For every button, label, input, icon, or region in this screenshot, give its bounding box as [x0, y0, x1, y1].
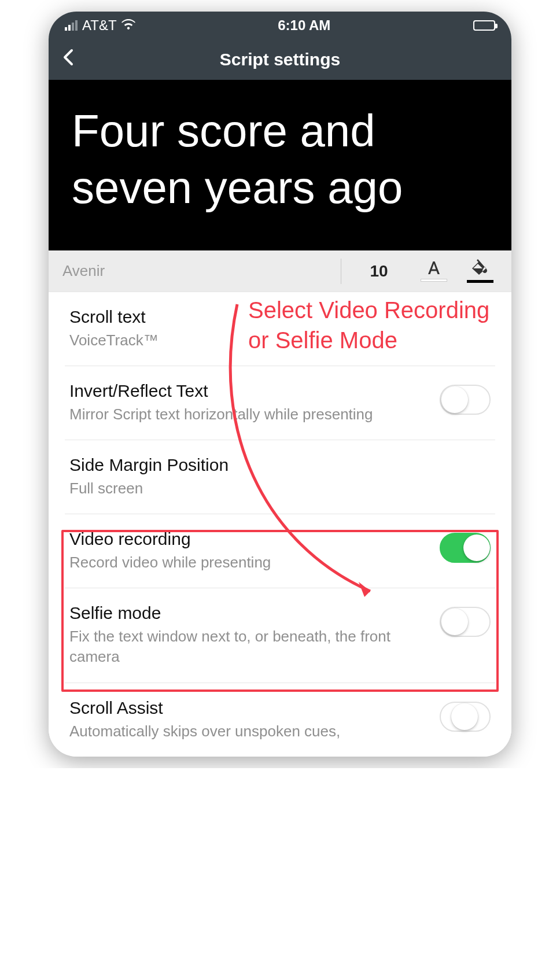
font-size-selector[interactable]: 10 — [353, 262, 405, 281]
paint-bucket-icon — [470, 259, 491, 275]
wifi-icon — [121, 18, 135, 33]
font-toolbar: Avenir 10 — [49, 250, 511, 292]
scroll-assist-subtitle: Automatically skips over unspoken cues, — [69, 721, 430, 742]
scroll-assist-title: Scroll Assist — [69, 698, 430, 718]
status-time: 6:10 AM — [278, 17, 330, 34]
signal-icon — [65, 20, 78, 31]
carrier-label: AT&T — [82, 17, 117, 34]
back-button[interactable] — [62, 47, 74, 72]
background-color-button[interactable] — [463, 259, 498, 283]
invert-reflect-toggle[interactable] — [440, 385, 491, 415]
text-color-button[interactable] — [417, 260, 451, 282]
scroll-assist-toggle[interactable] — [440, 702, 491, 732]
status-bar: AT&T 6:10 AM — [49, 12, 511, 39]
text-color-icon — [425, 260, 443, 276]
phone-frame: AT&T 6:10 AM Script settings Four score … — [49, 12, 511, 757]
divider — [341, 259, 341, 284]
navbar: Script settings — [49, 39, 511, 80]
annotation-highlight-box — [61, 530, 499, 692]
scroll-assist-row: Scroll Assist Automatically skips over u… — [65, 683, 495, 757]
script-preview: Four score and seven years ago — [49, 80, 511, 250]
status-right — [473, 20, 495, 31]
navbar-title: Script settings — [220, 50, 340, 69]
battery-icon — [473, 20, 495, 31]
status-left: AT&T — [65, 17, 135, 34]
font-name-selector[interactable]: Avenir — [62, 262, 329, 280]
